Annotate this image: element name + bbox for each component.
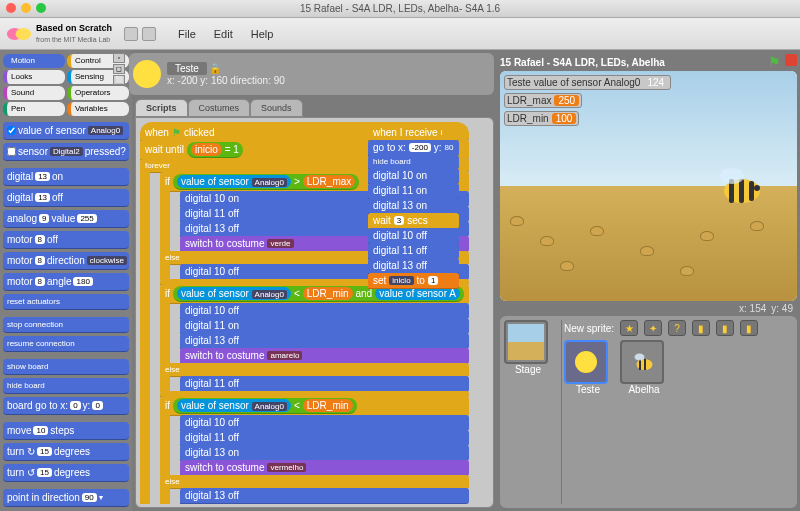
svg-point-11: [635, 354, 645, 361]
tab-scripts[interactable]: Scripts: [135, 99, 188, 117]
blk-reset[interactable]: reset actuators: [3, 294, 129, 310]
blk-if3: if value of sensor Analog0 < LDR_min: [160, 396, 469, 416]
cat-variables[interactable]: Variables: [67, 102, 129, 116]
stop-icon[interactable]: [785, 54, 797, 66]
menu-edit[interactable]: Edit: [206, 25, 241, 43]
blk-turn-l[interactable]: turn ↺ 15 degrees: [3, 464, 129, 482]
thumb-teste[interactable]: Teste: [564, 340, 612, 395]
header-tools: [124, 27, 156, 41]
window-title: 15 Rafael - S4A LDR, LEDs, Abelha- S4A 1…: [300, 3, 500, 14]
svg-rect-5: [749, 181, 754, 201]
blk-motor-angle[interactable]: motor 8 angle 180: [3, 273, 129, 291]
view-toggles: ▫ ◻ ⬜: [113, 53, 125, 95]
blk-sensor-pressed[interactable]: sensor Digital2 pressed?: [3, 143, 129, 161]
paint-sprite-icon[interactable]: ★: [620, 320, 638, 336]
cat-sound[interactable]: Sound: [3, 86, 65, 100]
tabs: Scripts Costumes Sounds: [135, 99, 494, 117]
category-grid: Motion Control Looks Sensing Sound Opera…: [3, 54, 129, 116]
blk-show-board[interactable]: show board: [3, 359, 129, 375]
blk-motor-off[interactable]: motor 8 off: [3, 231, 129, 249]
menu-bar: File Edit Help: [170, 25, 281, 43]
stage-title: 15 Rafael - S4A LDR, LEDs, Abelha: [500, 57, 665, 68]
close-icon[interactable]: [6, 3, 16, 13]
monitor-sensor[interactable]: Teste value of sensor Analog0124: [504, 75, 671, 90]
tab-costumes[interactable]: Costumes: [188, 99, 251, 117]
thumb-abelha[interactable]: Abelha: [620, 340, 668, 395]
blk-costume-amarelo: switch to costume amarelo: [180, 348, 469, 364]
brand-line2: from the MIT Media Lab: [36, 36, 110, 43]
dup-sprite-icon[interactable]: ▮: [740, 320, 758, 336]
center-panel: ▫ ◻ ⬜ Teste 🔒 x: -200 y: 160 direction: …: [132, 50, 497, 511]
blk-digital-off[interactable]: digital 13 off: [3, 189, 129, 207]
sprite-info: Teste 🔒 x: -200 y: 160 direction: 90: [129, 53, 494, 95]
folder-sprite-icon[interactable]: ▮: [716, 320, 734, 336]
menu-file[interactable]: File: [170, 25, 204, 43]
lang-icon[interactable]: [124, 27, 138, 41]
view-mid-icon[interactable]: ◻: [113, 64, 125, 74]
blk-digital-on[interactable]: digital 13 on: [3, 168, 129, 186]
green-flag-icon[interactable]: ⚑: [768, 54, 781, 70]
view-full-icon[interactable]: ⬜: [113, 75, 125, 85]
scripts-area[interactable]: when ⚑ clicked wait until inicio = 1 for…: [135, 117, 494, 508]
blk-hide-board[interactable]: hide board: [3, 378, 129, 394]
block-palette: Motion Control Looks Sensing Sound Opera…: [0, 50, 132, 511]
thumb-stage[interactable]: Stage: [504, 320, 552, 375]
svg-rect-10: [644, 359, 646, 370]
blk-move[interactable]: move 10 steps: [3, 422, 129, 440]
brand-line1: Based on Scratch: [36, 23, 112, 33]
minimize-icon[interactable]: [21, 3, 31, 13]
blk-motor-dir[interactable]: motor 8 direction clockwise: [3, 252, 129, 270]
chk-sensor[interactable]: [7, 126, 16, 135]
window-titlebar: 15 Rafael - S4A LDR, LEDs, Abelha- S4A 1…: [0, 0, 800, 18]
sprite-hdr: New sprite: ★ ✦ ? ▮ ▮ ▮: [564, 320, 793, 336]
cat-pen[interactable]: Pen: [3, 102, 65, 116]
stage[interactable]: Teste value of sensor Analog0124 LDR_max…: [500, 71, 797, 301]
surprise-sprite-icon[interactable]: ?: [668, 320, 686, 336]
monitor-ldrmax[interactable]: LDR_max250: [504, 93, 582, 108]
svg-point-7: [754, 185, 760, 191]
blk-board-goto[interactable]: board go to x: 0 y: 0: [3, 397, 129, 415]
menu-help[interactable]: Help: [243, 25, 282, 43]
flag-icon: ⚑: [172, 127, 181, 138]
logo: Based on Scratchfrom the MIT Media Lab: [6, 23, 112, 44]
blk-turn-r[interactable]: turn ↻ 15 degrees: [3, 443, 129, 461]
blk-point-dir[interactable]: point in direction 90▾: [3, 489, 129, 507]
zoom-icon[interactable]: [36, 3, 46, 13]
stage-header: 15 Rafael - S4A LDR, LEDs, Abelha ⚑: [500, 53, 797, 71]
svg-point-6: [720, 168, 744, 184]
monitor-ldrmin[interactable]: LDR_min100: [504, 111, 579, 126]
blk-costume-vermelho: switch to costume vermelho: [180, 460, 469, 476]
window-controls: [6, 3, 46, 13]
lock-icon[interactable]: 🔒: [209, 63, 221, 74]
svg-rect-9: [639, 359, 641, 370]
cat-looks[interactable]: Looks: [3, 70, 65, 84]
stage-coords: x: 154 y: 49: [500, 301, 797, 316]
hat-receive: when I receive i: [368, 122, 459, 141]
script-receive[interactable]: when I receive i go to x: -200 y: 80 hid…: [368, 122, 459, 288]
blk-analog-value[interactable]: analog 9 value 255: [3, 210, 129, 228]
right-panel: 15 Rafael - S4A LDR, LEDs, Abelha ⚑ Test…: [497, 50, 800, 511]
save-icon[interactable]: [142, 27, 156, 41]
stage-thumb-col: Stage: [504, 320, 562, 504]
blk-resume-conn[interactable]: resume connection: [3, 336, 129, 352]
svg-rect-4: [739, 179, 744, 203]
sprite-pos: x: -200 y: 160 direction: 90: [167, 75, 285, 86]
blk-stop-conn[interactable]: stop connection: [3, 317, 129, 333]
sprite-name[interactable]: Teste: [167, 62, 207, 75]
sprite-preview: [133, 60, 161, 88]
sprite-panel: Stage New sprite: ★ ✦ ? ▮ ▮ ▮ Teste Abel…: [500, 316, 797, 508]
view-small-icon[interactable]: ▫: [113, 53, 125, 63]
cat-motion[interactable]: Motion: [3, 54, 65, 68]
new-sprite-label: New sprite:: [564, 323, 614, 334]
cam-sprite-icon[interactable]: ▮: [692, 320, 710, 336]
blk-value-sensor[interactable]: value of sensor Analog0: [3, 122, 129, 140]
tab-sounds[interactable]: Sounds: [250, 99, 303, 117]
bee-sprite[interactable]: [707, 166, 767, 206]
chk-pressed[interactable]: [7, 147, 16, 156]
app-header: Based on Scratchfrom the MIT Media Lab F…: [0, 18, 800, 50]
import-sprite-icon[interactable]: ✦: [644, 320, 662, 336]
svg-point-1: [16, 27, 32, 39]
